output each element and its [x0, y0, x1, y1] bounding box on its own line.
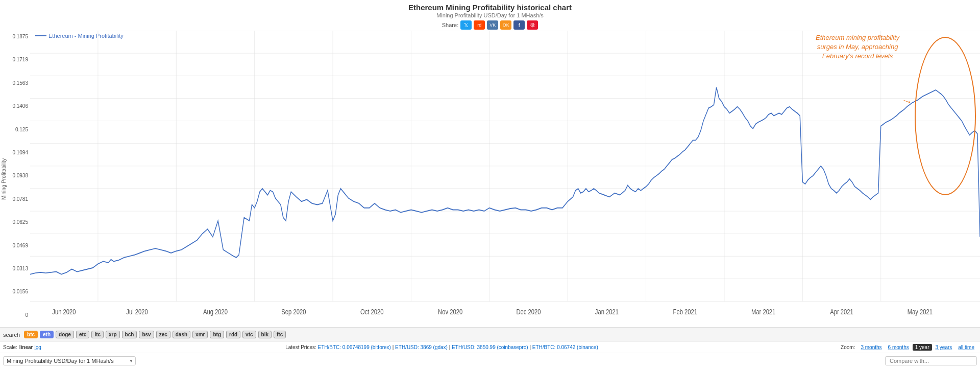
chart-title: Ethereum Mining Profitability historical…: [0, 3, 980, 12]
metric-dropdown[interactable]: Mining Profitability USD/Day for 1 MHash…: [3, 356, 136, 365]
ethusd-gdax: ETH/USD: 3869 (gdax): [395, 344, 448, 350]
svg-text:May 2021: May 2021: [908, 308, 933, 316]
scale-label: Scale:: [3, 344, 17, 350]
y-axis-values: 0.1875 0.1719 0.1563 0.1406 0.125 0.1094…: [7, 31, 30, 327]
zoom-alltime-button[interactable]: all time: [955, 344, 977, 351]
y-value: 0.1094: [9, 150, 28, 155]
zoom-3years-button[interactable]: 3 years: [933, 344, 955, 351]
coin-etc[interactable]: etc: [76, 331, 89, 338]
zoom-controls: Zoom: 3 months 6 months 1 year 3 years a…: [841, 344, 977, 351]
coin-ltc[interactable]: ltc: [91, 331, 104, 338]
y-value: 0.0469: [9, 243, 28, 248]
coin-rdd[interactable]: rdd: [226, 331, 240, 338]
annotation-text: Ethereum mining profitability surges in …: [806, 33, 909, 61]
zoom-3months-button[interactable]: 3 months: [858, 344, 884, 351]
chart-legend: Ethereum - Mining Profitability: [35, 33, 124, 39]
coin-bsv[interactable]: bsv: [139, 331, 154, 338]
svg-text:Jan 2021: Jan 2021: [595, 308, 619, 316]
zoom-label: Zoom:: [841, 344, 855, 350]
chart-header: Ethereum Mining Profitability historical…: [0, 0, 980, 31]
share-label: Share:: [442, 22, 458, 28]
share-weibo-button[interactable]: 微: [527, 20, 538, 30]
svg-text:Jul 2020: Jul 2020: [126, 308, 148, 316]
svg-text:Dec 2020: Dec 2020: [516, 308, 541, 316]
svg-text:Feb 2021: Feb 2021: [673, 308, 697, 316]
coin-search-bar: search btc eth doge etc ltc xrp bch bsv …: [0, 327, 980, 341]
y-value: 0.0781: [9, 196, 28, 202]
y-value: 0.0156: [9, 289, 28, 294]
y-value: 0.1406: [9, 103, 28, 109]
coin-zec[interactable]: zec: [156, 331, 170, 338]
legend-line: [35, 35, 46, 36]
search-label: search: [3, 332, 20, 338]
scale-prices-zoom-row: Scale: linear log Latest Prices: ETH/BTC…: [0, 341, 980, 353]
prices-info: Latest Prices: ETH/BTC: 0.06748199 (bitf…: [43, 344, 841, 350]
scale-linear-button[interactable]: linear: [19, 344, 33, 350]
compare-input[interactable]: [885, 356, 977, 365]
svg-text:Apr 2021: Apr 2021: [830, 308, 853, 316]
metric-dropdown-wrapper: Mining Profitability USD/Day for 1 MHash…: [3, 356, 136, 365]
svg-text:Mar 2021: Mar 2021: [751, 308, 775, 316]
coin-btc[interactable]: btc: [24, 331, 38, 338]
legend-label: Ethereum - Mining Profitability: [48, 33, 124, 39]
y-value: 0.0313: [9, 266, 28, 271]
scale-log-button[interactable]: log: [34, 344, 41, 350]
main-chart: Jun 2020 Jul 2020 Aug 2020 Sep 2020 Oct …: [30, 31, 980, 327]
svg-text:Jun 2020: Jun 2020: [52, 308, 76, 316]
y-value: 0: [9, 312, 28, 318]
chart-area: Mining Profitability 0.1875 0.1719 0.156…: [0, 31, 980, 327]
share-bar: Share: 𝕏 rd VK OK f 微: [0, 20, 980, 30]
svg-text:Sep 2020: Sep 2020: [281, 308, 306, 316]
footer-row: Mining Profitability USD/Day for 1 MHash…: [0, 353, 980, 368]
svg-text:Oct 2020: Oct 2020: [360, 308, 384, 316]
coin-xmr[interactable]: xmr: [192, 331, 208, 338]
y-value: 0.125: [9, 127, 28, 132]
share-ok-button[interactable]: OK: [500, 20, 511, 30]
ethbtc-bitforex: ETH/BTC: 0.06748199 (bitforex): [318, 344, 391, 350]
coin-btg[interactable]: btg: [210, 331, 224, 338]
prices-text: Latest Prices:: [285, 344, 317, 350]
y-value: 0.0625: [9, 219, 28, 225]
y-axis-label: Mining Profitability: [0, 31, 7, 327]
svg-text:Nov 2020: Nov 2020: [438, 308, 462, 316]
zoom-1year-button[interactable]: 1 year: [913, 344, 932, 351]
y-value: 0.1875: [9, 34, 28, 39]
coin-ftc[interactable]: ftc: [274, 331, 286, 338]
ethbtc-binance: ETH/BTC: 0.06742 (binance): [532, 344, 598, 350]
share-reddit-button[interactable]: rd: [474, 20, 485, 30]
zoom-6months-button[interactable]: 6 months: [886, 344, 912, 351]
coin-vtc[interactable]: vtc: [242, 331, 256, 338]
page-container: Ethereum Mining Profitability historical…: [0, 0, 980, 368]
share-facebook-button[interactable]: f: [513, 20, 525, 30]
coin-doge[interactable]: doge: [56, 331, 74, 338]
ethusd-coinbasepro: ETH/USD: 3850.99 (coinbasepro): [452, 344, 528, 350]
y-value: 0.0938: [9, 173, 28, 178]
chart-subtitle: Mining Profitability USD/Day for 1 MHash…: [0, 12, 980, 18]
coin-xrp[interactable]: xrp: [106, 331, 120, 338]
coin-dash[interactable]: dash: [173, 331, 190, 338]
svg-text:Aug 2020: Aug 2020: [203, 308, 228, 316]
y-value: 0.1719: [9, 57, 28, 62]
coin-blk[interactable]: blk: [258, 331, 272, 338]
coin-bch[interactable]: bch: [122, 331, 137, 338]
share-vk-button[interactable]: VK: [487, 20, 498, 30]
share-twitter-button[interactable]: 𝕏: [460, 20, 472, 30]
y-value: 0.1563: [9, 80, 28, 86]
coin-eth[interactable]: eth: [40, 331, 54, 338]
chart-svg-wrapper: Ethereum - Mining Profitability Ethereum…: [30, 31, 980, 327]
